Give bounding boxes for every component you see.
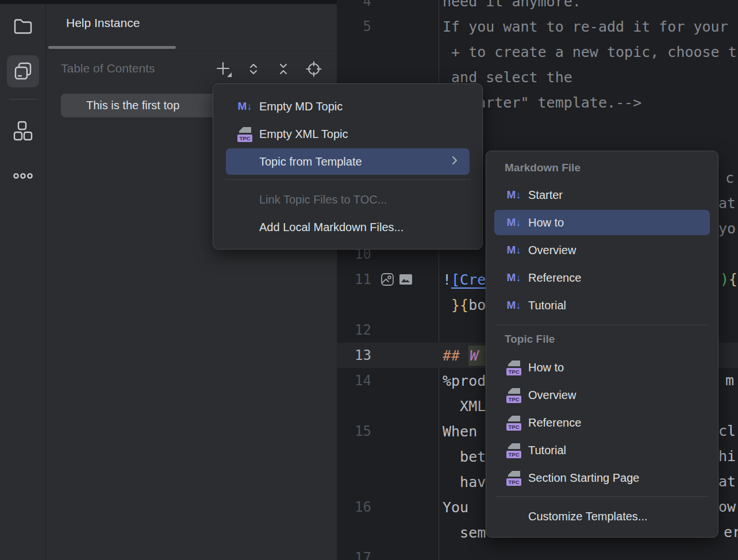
section-header-markdown-file: Markdown File — [505, 159, 581, 177]
structure-icon[interactable] — [7, 115, 39, 147]
code-fragment: m — [725, 368, 734, 393]
markdown-image-bang: ! — [443, 271, 451, 288]
submenu-item-how-to-md[interactable]: M↓ How to — [494, 210, 710, 235]
more-icon[interactable] — [7, 160, 39, 192]
activity-bar — [0, 0, 46, 560]
code-fragment: at — [718, 469, 736, 494]
image-preview-gutter-icon[interactable] — [399, 273, 413, 286]
menu-separator — [225, 179, 471, 180]
section-header-topic-file: Topic File — [505, 331, 555, 348]
submenu-item-starter[interactable]: M↓ Starter — [494, 182, 710, 208]
menu-separator — [495, 496, 709, 497]
header-divider — [46, 50, 337, 51]
topic-file-icon: TPC — [505, 442, 522, 459]
menu-item-empty-md-topic[interactable]: M↓ Empty MD Topic — [226, 93, 470, 120]
add-topic-context-menu: M↓ Empty MD Topic TPC Empty XML Topic To… — [213, 83, 483, 250]
markdown-file-icon: M↓ — [505, 244, 522, 256]
submenu-item-reference-md[interactable]: M↓ Reference — [494, 265, 710, 290]
svg-text:TPC: TPC — [509, 479, 520, 485]
markdown-file-icon: M↓ — [505, 299, 522, 312]
topic-file-icon: TPC — [236, 125, 253, 143]
menu-item-link-topic-files: Link Topic Files to TOC... — [226, 186, 470, 213]
expand-all-button[interactable] — [244, 59, 263, 79]
svg-text:TPC: TPC — [509, 396, 520, 402]
menu-item-add-local-markdown[interactable]: Add Local Markdown Files... — [226, 214, 470, 240]
code-fragment: er — [724, 520, 738, 545]
markdown-file-icon: M↓ — [505, 189, 522, 201]
code-fragment: cl — [718, 419, 736, 444]
markdown-image-link: [Cre — [451, 271, 486, 288]
template-submenu: Markdown File M↓ Starter M↓ How to M↓ Ov… — [486, 151, 718, 538]
window-top-edge — [0, 0, 337, 4]
locate-button[interactable] — [304, 59, 324, 79]
code-fragment: yo — [718, 216, 736, 241]
submenu-item-section-starting-page[interactable]: TPC Section Starting Page — [494, 465, 710, 490]
markdown-file-icon: M↓ — [505, 271, 522, 284]
markdown-file-icon: M↓ — [236, 100, 253, 113]
submenu-item-overview-md[interactable]: M↓ Overview — [494, 237, 710, 263]
code-line: 4need it anymore. — [337, 0, 738, 14]
folder-icon[interactable] — [7, 10, 39, 43]
submenu-item-reference-tpc[interactable]: TPC Reference — [494, 410, 710, 435]
panel-title: Help Instance — [66, 16, 140, 30]
active-tab-indicator — [48, 46, 176, 49]
menu-item-topic-from-template[interactable]: Topic from Template — [226, 148, 470, 175]
submenu-item-customize-templates[interactable]: Customize Templates... — [494, 503, 710, 530]
toc-item-first-topic[interactable]: This is the first top — [61, 94, 221, 117]
topic-file-icon: TPC — [505, 414, 522, 431]
code-fragment: ow — [718, 494, 736, 520]
submenu-item-overview-tpc[interactable]: TPC Overview — [494, 382, 710, 408]
code-line: 5If you want to re-add it for your — [337, 14, 738, 39]
paren-fragment: ) — [720, 267, 729, 292]
svg-text:TPC: TPC — [240, 135, 251, 141]
submenu-item-tutorial-md[interactable]: M↓ Tutorial — [494, 293, 710, 318]
menu-separator — [495, 325, 709, 325]
code-line: 17 — [337, 545, 738, 560]
code-fragment: at — [718, 191, 736, 216]
submenu-item-tutorial-tpc[interactable]: TPC Tutorial — [494, 438, 710, 463]
brace-fragment: { — [729, 267, 737, 292]
code-fragment: c — [725, 166, 734, 191]
heading-word-highlighted: W — [468, 346, 485, 366]
svg-text:TPC: TPC — [509, 451, 520, 458]
code-fragment: hi — [718, 444, 736, 469]
topic-file-icon: TPC — [505, 469, 522, 486]
heading-marks: ## — [443, 347, 468, 364]
add-topic-button[interactable] — [214, 59, 233, 79]
submenu-chevron-icon — [447, 153, 462, 171]
copy-windows-icon[interactable] — [7, 55, 39, 87]
collapse-all-button[interactable] — [274, 59, 293, 79]
brace-tokens: }{ — [443, 297, 468, 313]
image-outline-gutter-icon[interactable] — [380, 273, 394, 286]
menu-item-empty-xml-topic[interactable]: TPC Empty XML Topic — [226, 121, 470, 147]
markdown-file-icon: M↓ — [505, 216, 522, 229]
topic-file-icon: TPC — [505, 359, 522, 376]
sidebar-divider — [9, 99, 37, 99]
svg-text:TPC: TPC — [509, 424, 520, 430]
svg-text:TPC: TPC — [509, 369, 520, 375]
ide-window: Help Instance Table of Contents This is … — [0, 0, 738, 560]
toc-header-label: Table of Contents — [61, 62, 155, 75]
topic-file-icon: TPC — [505, 386, 522, 404]
submenu-item-how-to-tpc[interactable]: TPC How to — [494, 355, 710, 380]
code-line: + to create a new topic, choose t — [337, 39, 738, 64]
